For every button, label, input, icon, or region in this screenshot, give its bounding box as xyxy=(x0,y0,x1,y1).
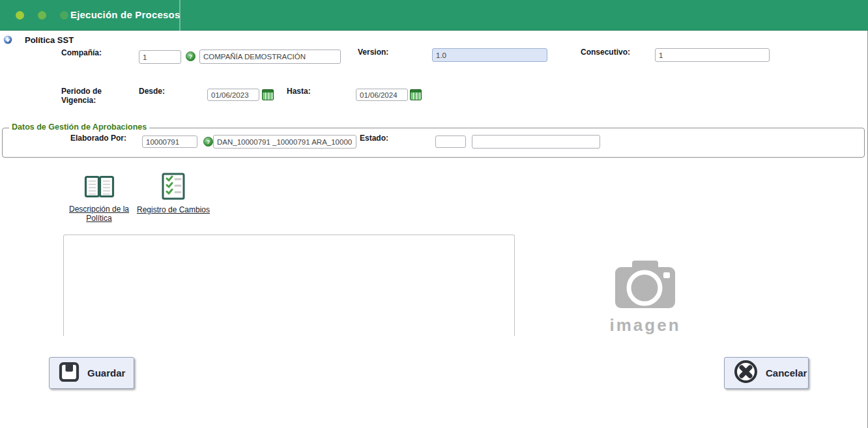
tab-label: Descripción de la Política xyxy=(66,205,132,223)
hasta-date-input[interactable] xyxy=(356,89,408,101)
periodo-vigencia-label: Periodo de Vigencia: xyxy=(61,87,117,105)
desde-date-input[interactable] xyxy=(207,89,259,101)
image-placeholder-caption: imagen xyxy=(609,315,680,335)
elaborado-por-label: Elaborado Por: xyxy=(70,134,126,143)
datos-gestion-aprobaciones-group: Datos de Gestión de Aprobaciones xyxy=(2,128,865,158)
camera-icon xyxy=(615,261,675,311)
consecutivo-label: Consecutivo: xyxy=(581,48,630,57)
desde-label: Desde: xyxy=(139,87,165,96)
estado-label: Estado: xyxy=(360,134,388,143)
tab-label: Registro de Cambios xyxy=(137,205,210,214)
ejecucion-de-procesos-window: Ejecución de Procesos Política SST Compa… xyxy=(0,0,868,428)
descripcion-politica-textarea[interactable] xyxy=(63,235,515,336)
version-label: Version: xyxy=(358,48,388,57)
compania-code-input[interactable] xyxy=(139,50,181,64)
save-floppy-icon xyxy=(59,362,80,385)
cancel-circle-x-icon xyxy=(734,360,758,386)
open-book-icon xyxy=(84,175,115,202)
compania-label: Compañía: xyxy=(61,48,102,57)
hasta-calendar-icon[interactable] xyxy=(410,89,422,100)
version-input xyxy=(432,48,547,62)
header-dot-icon xyxy=(38,11,46,20)
save-button[interactable]: Guardar xyxy=(49,357,134,389)
cancel-button-label: Cancelar xyxy=(766,367,807,378)
save-button-label: Guardar xyxy=(87,367,125,378)
group-legend: Datos de Gestión de Aprobaciones xyxy=(9,122,149,132)
estado-code-input[interactable] xyxy=(435,136,466,148)
page-title: Política SST xyxy=(25,35,74,45)
elaborado-name-input[interactable] xyxy=(213,135,356,149)
hasta-label: Hasta: xyxy=(287,87,311,96)
checklist-icon xyxy=(162,173,185,203)
image-upload-placeholder[interactable]: imagen xyxy=(596,261,694,339)
desde-calendar-icon[interactable] xyxy=(262,89,274,100)
estado-name-input[interactable] xyxy=(472,135,600,149)
consecutivo-input[interactable] xyxy=(655,48,770,62)
header-bar: Ejecución de Procesos xyxy=(0,0,868,31)
header-divider xyxy=(179,0,181,31)
window-title: Ejecución de Procesos xyxy=(70,9,180,20)
header-dot-icon xyxy=(16,11,24,20)
elaborado-code-input[interactable] xyxy=(142,136,197,148)
compania-lookup-icon[interactable]: ? xyxy=(186,51,195,61)
compania-name-input[interactable] xyxy=(199,50,341,64)
cancel-button[interactable]: Cancelar xyxy=(724,357,809,389)
tab-registro-cambios[interactable]: Registro de Cambios xyxy=(134,173,212,214)
collapse-down-arrow-icon[interactable] xyxy=(3,35,12,44)
tab-descripcion-politica[interactable]: Descripción de la Política xyxy=(66,175,132,223)
elaborado-lookup-icon[interactable]: ? xyxy=(203,137,213,147)
header-dot-icon xyxy=(60,11,68,20)
